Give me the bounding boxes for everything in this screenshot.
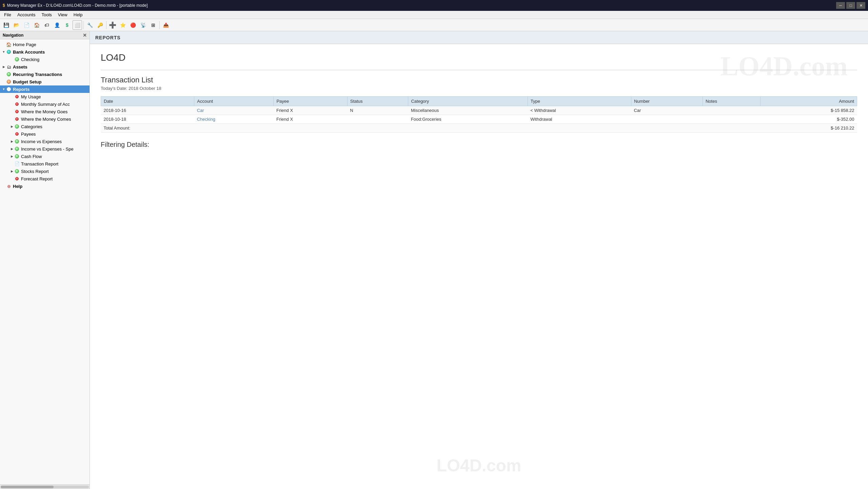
nav-item-reports[interactable]: ▼ Reports	[0, 85, 90, 93]
nav-item-help[interactable]: ⊕ Help	[0, 182, 90, 190]
menu-view[interactable]: View	[55, 12, 70, 18]
reports-header: REPORTS	[90, 31, 868, 44]
title-bar-title: $ Money Manager Ex - D:\LO4D.com\LO4D.co…	[3, 3, 148, 8]
nav-item-monthly-summary[interactable]: Monthly Summary of Acc	[0, 100, 90, 108]
nav-item-bank-accounts[interactable]: ▼ Bank Accounts	[0, 48, 90, 56]
nav-label-payees: Payees	[21, 132, 36, 137]
toolbar-save[interactable]: 💾	[1, 20, 11, 30]
toolbar-fav[interactable]: ⭐	[118, 20, 127, 30]
table-row: 2018-10-18 Checking Friend X Food:Grocer…	[101, 115, 857, 124]
expand-icon-bank: ▼	[1, 50, 6, 54]
row2-date: 2018-10-18	[101, 115, 194, 124]
table-header-row: Date Account Payee Status Category Type …	[101, 97, 857, 106]
toolbar-key[interactable]: 🔑	[95, 20, 105, 30]
menu-help[interactable]: Help	[71, 12, 85, 18]
expand-icon-budget	[1, 79, 6, 84]
nav-label-checking: Checking	[21, 57, 39, 62]
reports-header-title: REPORTS	[95, 35, 121, 40]
row2-category: Food:Groceries	[408, 115, 528, 124]
toolbar-layout[interactable]: ⊞	[149, 20, 158, 30]
row1-account[interactable]: Car	[194, 106, 274, 115]
where-money-goes-icon	[14, 109, 20, 114]
toolbar-tools[interactable]: 🔧	[85, 20, 95, 30]
nav-label-assets: Assets	[13, 64, 27, 70]
toolbar-export[interactable]: 📤	[161, 20, 171, 30]
nav-item-income-vs-expenses[interactable]: ▶ Income vs Expenses	[0, 138, 90, 145]
expand-icon-wmc	[9, 117, 14, 121]
cash-flow-icon	[14, 154, 20, 159]
expand-icon-ive: ▶	[9, 139, 14, 144]
nav-item-transaction-report[interactable]: 📄 Transaction Report	[0, 160, 90, 168]
nav-item-payees[interactable]: Payees	[0, 130, 90, 138]
menu-bar: File Accounts Tools View Help	[0, 11, 868, 19]
row1-account-link[interactable]: Car	[197, 108, 204, 113]
toolbar-new[interactable]: 📄	[22, 20, 31, 30]
toolbar-blank[interactable]: ⬜	[73, 20, 82, 30]
row2-account[interactable]: Checking	[194, 115, 274, 124]
row2-status	[347, 115, 408, 124]
reports-content: LO4D.com LO4D Transaction List Today's D…	[90, 44, 868, 489]
toolbar-tag[interactable]: 🏷	[42, 20, 52, 30]
row2-account-link[interactable]: Checking	[197, 117, 215, 122]
toolbar-dollar[interactable]: $	[62, 20, 72, 30]
budget-icon	[6, 79, 12, 84]
row1-amount: $-15 858.22	[761, 106, 857, 115]
close-button[interactable]: ✕	[856, 2, 865, 9]
nav-item-budget[interactable]: Budget Setup	[0, 78, 90, 85]
categories-icon	[14, 124, 20, 129]
report-divider-1	[101, 70, 857, 70]
nav-item-income-vs-expenses-spe[interactable]: ▶ Income vs Expenses - Spe	[0, 145, 90, 153]
nav-label-help: Help	[13, 184, 22, 189]
toolbar-user[interactable]: 👤	[52, 20, 62, 30]
maximize-button[interactable]: □	[846, 2, 855, 9]
menu-file[interactable]: File	[1, 12, 14, 18]
nav-label-my-usage: My Usage	[21, 94, 41, 99]
row1-notes	[703, 106, 760, 115]
nav-item-cash-flow[interactable]: ▶ Cash Flow	[0, 153, 90, 160]
nav-item-recurring[interactable]: Recurring Transactions	[0, 71, 90, 78]
menu-accounts[interactable]: Accounts	[15, 12, 38, 18]
payees-icon	[14, 131, 20, 137]
col-status: Status	[347, 97, 408, 106]
checking-icon	[14, 57, 20, 62]
nav-item-assets[interactable]: ▶ 🗂 Assets	[0, 63, 90, 71]
filtering-title: Filtering Details:	[101, 141, 857, 149]
toolbar-help-ring[interactable]: 🔴	[128, 20, 138, 30]
toolbar-separator-1	[83, 21, 84, 29]
col-number: Number	[631, 97, 703, 106]
navigation-panel: Navigation ✕ 🏠 Home Page ▼ Bank Accounts…	[0, 31, 90, 489]
expand-icon-cf: ▶	[9, 154, 14, 159]
app-logo: $	[3, 3, 5, 8]
title-bar-controls: ─ □ ✕	[836, 2, 865, 9]
col-category: Category	[408, 97, 528, 106]
toolbar-home[interactable]: 🏠	[32, 20, 41, 30]
nav-item-my-usage[interactable]: My Usage	[0, 93, 90, 100]
expand-icon-recurring	[1, 72, 6, 77]
nav-header: Navigation ✕	[0, 31, 90, 39]
nav-item-where-money-comes[interactable]: Where the Money Comes	[0, 115, 90, 123]
toolbar-open[interactable]: 📂	[12, 20, 21, 30]
watermark-bottom: LO4D.com	[436, 456, 521, 475]
nav-close-button[interactable]: ✕	[83, 33, 87, 38]
minimize-button[interactable]: ─	[836, 2, 845, 9]
toolbar-add[interactable]: ➕	[108, 20, 117, 30]
row1-payee: Friend X	[274, 106, 347, 115]
toolbar-feed[interactable]: 📡	[138, 20, 148, 30]
nav-label-where-money-comes: Where the Money Comes	[21, 117, 71, 122]
nav-item-stocks-report[interactable]: ▶ Stocks Report	[0, 168, 90, 175]
nav-label-bank-accounts: Bank Accounts	[13, 50, 45, 55]
expand-icon-fr	[9, 176, 14, 181]
nav-item-where-money-goes[interactable]: Where the Money Goes	[0, 108, 90, 115]
nav-item-categories[interactable]: ▶ Categories	[0, 123, 90, 130]
nav-item-home[interactable]: 🏠 Home Page	[0, 41, 90, 48]
nav-horizontal-scrollbar[interactable]	[0, 484, 90, 489]
col-date: Date	[101, 97, 194, 106]
nav-item-forecast-report[interactable]: Forecast Report	[0, 175, 90, 182]
toolbar: 💾 📂 📄 🏠 🏷 👤 $ ⬜ 🔧 🔑 ➕ ⭐ 🔴 📡 ⊞ 📤	[0, 19, 868, 31]
row1-date: 2018-10-16	[101, 106, 194, 115]
nav-item-checking[interactable]: Checking	[0, 56, 90, 63]
assets-icon: 🗂	[6, 64, 12, 70]
col-payee: Payee	[274, 97, 347, 106]
menu-tools[interactable]: Tools	[39, 12, 54, 18]
report-date: Today's Date: 2018 October 18	[101, 86, 857, 91]
